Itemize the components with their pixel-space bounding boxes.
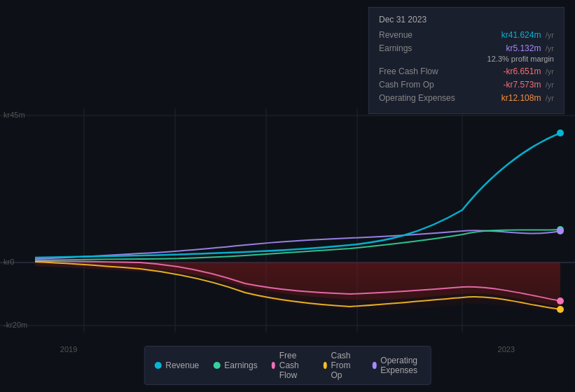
x-label-2023: 2023 (498, 345, 515, 354)
legend-dot-opex (373, 362, 376, 369)
tooltip: Dec 31 2023 Revenue kr41.624m /yr Earnin… (368, 7, 564, 114)
tooltip-sub-earnings: 12.3% profit margin (487, 55, 554, 63)
legend-label-revenue: Revenue (165, 360, 199, 370)
y-label-bottom: -kr20m (4, 321, 27, 329)
legend-item-fcf: Free Cash Flow (272, 351, 310, 380)
tooltip-value-earnings: kr5.132m (506, 43, 541, 53)
tooltip-label-opex: Operating Expenses (379, 93, 456, 103)
legend-label-opex: Operating Expenses (380, 356, 420, 375)
legend-dot-cashfromop (323, 362, 326, 369)
tooltip-row-opex: Operating Expenses kr12.108m /yr (379, 93, 554, 103)
legend-item-earnings: Earnings (213, 351, 257, 380)
legend-item-cashfromop: Cash From Op (323, 351, 359, 380)
legend-dot-earnings (213, 362, 220, 369)
svg-point-13 (557, 298, 564, 304)
y-label-mid: kr0 (4, 258, 14, 266)
legend-label-fcf: Free Cash Flow (279, 351, 310, 380)
chart-container: kr45m kr0 -kr20m 2019 2020 2021 2022 202… (0, 0, 575, 392)
x-label-2019: 2019 (60, 345, 77, 354)
legend: Revenue Earnings Free Cash Flow Cash Fro… (144, 346, 431, 385)
tooltip-label-fcf: Free Cash Flow (379, 66, 456, 76)
tooltip-value-revenue: kr41.624m (501, 30, 541, 40)
tooltip-row-earnings: Earnings kr5.132m /yr 12.3% profit margi… (379, 43, 554, 63)
legend-item-opex: Operating Expenses (373, 351, 421, 380)
tooltip-row-fcf: Free Cash Flow -kr6.651m /yr (379, 66, 554, 76)
legend-item-revenue: Revenue (154, 351, 199, 380)
legend-dot-fcf (272, 362, 275, 369)
svg-point-14 (557, 306, 564, 313)
tooltip-value-cashfromop: -kr7.573m (503, 80, 541, 90)
svg-point-10 (557, 130, 564, 136)
tooltip-row-revenue: Revenue kr41.624m /yr (379, 30, 554, 40)
legend-label-earnings: Earnings (224, 360, 257, 370)
tooltip-label-revenue: Revenue (379, 30, 456, 40)
tooltip-value-opex: kr12.108m (501, 93, 541, 103)
legend-dot-revenue (154, 362, 161, 369)
tooltip-label-cashfromop: Cash From Op (379, 80, 456, 90)
tooltip-title: Dec 31 2023 (379, 15, 554, 24)
tooltip-value-fcf: -kr6.651m (503, 66, 541, 76)
tooltip-label-earnings: Earnings (379, 43, 456, 53)
legend-label-cashfromop: Cash From Op (331, 351, 359, 380)
y-label-top: kr45m (4, 111, 25, 119)
tooltip-row-cashfromop: Cash From Op -kr7.573m /yr (379, 80, 554, 90)
svg-point-12 (557, 227, 564, 234)
